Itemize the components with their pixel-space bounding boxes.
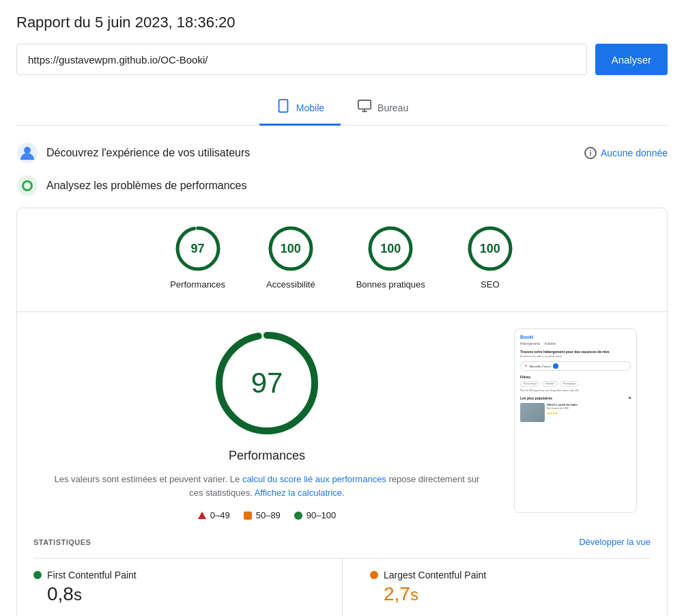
info-icon: i [584, 147, 597, 159]
booki-search-text: Marseille_France [530, 365, 551, 368]
score-label-accessibilite: Accessibilité [266, 279, 315, 290]
url-bar: Analyser [16, 44, 668, 75]
score-label-seo: SEO [481, 279, 499, 290]
booki-nav2: Activités [545, 342, 556, 346]
legend-range-50-89: 50–89 [256, 510, 281, 520]
url-input[interactable] [16, 44, 587, 75]
stats-section: STATISTIQUES Développer la vue First Con… [33, 537, 651, 616]
legend-green: 90–100 [294, 510, 336, 520]
legend-range-0-49: 0–49 [210, 510, 230, 520]
perf-score-link[interactable]: calcul du score lié aux performances [242, 474, 386, 484]
perf-calc-link[interactable]: Affichez la calculatrice [255, 488, 342, 498]
stats-title: STATISTIQUES [33, 538, 91, 546]
score-accessibilite: 100 Accessibilité [266, 225, 315, 290]
booki-card-image [520, 403, 545, 422]
score-bonnes-pratiques: 100 Bonnes pratiques [356, 225, 425, 290]
booki-popular-title: Les plus populaires ⊞ [520, 396, 631, 400]
score-value-performances: 97 [191, 242, 205, 256]
mobile-icon [276, 98, 291, 117]
booki-filters: Économique Familial Romantique [520, 381, 631, 387]
stats-header: STATISTIQUES Développer la vue [33, 537, 651, 547]
booki-brand: Booki [520, 335, 533, 339]
no-data-label[interactable]: Aucune donnée [601, 148, 668, 158]
tabs: Mobile Bureau [16, 92, 668, 126]
big-score-circle: 97 [212, 328, 322, 438]
svg-rect-0 [279, 100, 287, 112]
metric-lcp-header: Largest Contentful Paint [370, 570, 651, 580]
metric-fcp-unit: s [74, 585, 82, 604]
report-title: Rapport du 5 juin 2023, 18:36:20 [16, 14, 668, 31]
legend-range-90-100: 90–100 [307, 510, 336, 520]
score-performances: 97 Performances [170, 225, 225, 290]
booki-card: Hôtel Le soleil du matin Nuit à partir d… [520, 403, 631, 422]
booki-card-info: Hôtel Le soleil du matin Nuit à partir d… [547, 403, 631, 422]
score-circle-performances: 97 [174, 225, 222, 272]
legend-square-icon [244, 512, 252, 520]
svg-point-9 [24, 182, 31, 189]
user-exp-section: Découvrez l'expérience de vos utilisateu… [16, 142, 668, 164]
desktop-icon [357, 98, 372, 117]
perf-desc-text1: Les valeurs sont estimées et peuvent var… [55, 474, 242, 484]
booki-card-price: Nuit à partir de 128€ [547, 407, 631, 410]
booki-filter-3: Romantique [560, 381, 580, 387]
expand-link[interactable]: Développer la vue [579, 537, 651, 547]
booki-count: Plus de 500 logements sont disponibles d… [520, 389, 631, 392]
user-exp-title: Découvrez l'expérience de vos utilisateu… [46, 147, 250, 159]
legend-red: 0–49 [198, 510, 230, 520]
legend: 0–49 50–89 90–100 [47, 510, 487, 520]
metric-fcp: First Contentful Paint 0,8s [33, 558, 342, 616]
perf-description: Les valeurs sont estimées et peuvent var… [47, 473, 487, 499]
svg-rect-2 [358, 100, 371, 109]
score-circle-accessibilite: 100 [267, 225, 315, 272]
score-value-bonnes-pratiques: 100 [380, 242, 401, 256]
metric-fcp-header: First Contentful Paint [33, 570, 315, 580]
perf-section-title: Analysez les problèmes de performances [46, 180, 246, 192]
metric-fcp-dot [33, 571, 42, 579]
metric-lcp: Largest Contentful Paint 2,7s [342, 558, 651, 616]
no-data-container: i Aucune donnée [584, 147, 668, 159]
perf-detail-title: Performances [47, 449, 487, 463]
booki-popular-label: Les plus populaires [520, 396, 552, 400]
tab-mobile[interactable]: Mobile [259, 92, 341, 126]
booki-search: 📍 Marseille_France [520, 361, 631, 371]
metric-fcp-value: 0,8s [33, 583, 315, 605]
booki-stars: ★★★★ [547, 411, 631, 415]
big-score-value: 97 [251, 367, 283, 400]
user-exp-icon [16, 142, 38, 164]
booki-filter-1: Économique [520, 381, 540, 387]
scores-row: 97 Performances 100 Accessibilité [33, 225, 651, 290]
booki-preview-content: Booki Hébergements Activités Trouvez vot… [515, 329, 636, 512]
score-value-accessibilite: 100 [281, 242, 301, 256]
booki-card-title: Hôtel Le soleil du matin [547, 403, 631, 406]
metric-lcp-unit: s [410, 585, 418, 604]
divider [17, 311, 667, 312]
booki-preview: Booki Hébergements Activités Trouvez vot… [514, 328, 637, 513]
score-label-bonnes-pratiques: Bonnes pratiques [356, 279, 425, 290]
score-value-seo: 100 [480, 242, 500, 256]
perf-section-icon [16, 175, 38, 197]
legend-circle-icon [294, 512, 302, 520]
perf-left: 97 Performances Les valeurs sont estimée… [47, 328, 487, 520]
perf-right: Booki Hébergements Activités Trouvez vot… [514, 328, 637, 513]
tab-bureau[interactable]: Bureau [341, 92, 425, 126]
scores-card: 97 Performances 100 Accessibilité [16, 208, 668, 616]
booki-search-button [553, 363, 558, 369]
metric-lcp-dot [370, 571, 378, 579]
booki-filter-title: Filtres [520, 375, 631, 379]
analyze-button[interactable]: Analyser [595, 44, 668, 75]
score-label-performances: Performances [170, 279, 225, 290]
booki-sub: En plein centre-ville ou en pleine natur… [520, 355, 631, 358]
legend-orange: 50–89 [244, 510, 281, 520]
metrics-grid: First Contentful Paint 0,8s Largest Cont… [33, 558, 651, 616]
perf-desc-end: . [342, 488, 345, 498]
booki-filter-2: Familial [542, 381, 557, 387]
metric-fcp-name: First Contentful Paint [47, 570, 137, 580]
perf-section: Analysez les problèmes de performances [16, 175, 668, 197]
svg-point-6 [24, 147, 31, 154]
score-circle-bonnes-pratiques: 100 [367, 225, 414, 272]
tab-mobile-label: Mobile [296, 102, 324, 113]
booki-hero: Trouvez votre hébergement pour des vacan… [520, 350, 631, 354]
metric-lcp-name: Largest Contentful Paint [384, 570, 486, 580]
tab-bureau-label: Bureau [377, 102, 408, 113]
booki-nav1: Hébergements [520, 342, 541, 346]
